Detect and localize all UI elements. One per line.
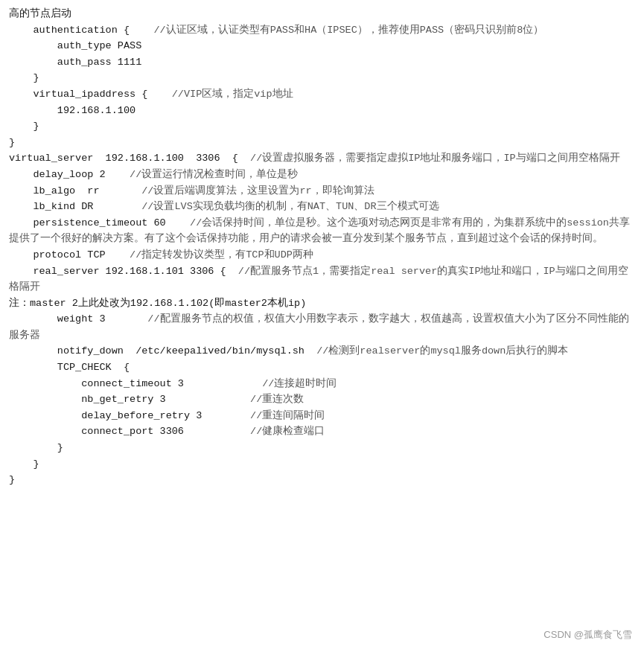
watermark: CSDN @孤鹰食飞雪	[543, 628, 632, 642]
code-line: connect_timeout 3 //连接超时时间	[9, 376, 635, 392]
code-line: lb_algo rr //设置后端调度算法，这里设置为rr，即轮询算法	[9, 183, 635, 199]
code-text: delay_before_retry 3	[9, 410, 250, 421]
code-text: lb_algo rr	[9, 185, 141, 196]
code-text: persistence_timeout 60	[9, 217, 190, 228]
code-line: }	[9, 118, 635, 135]
code-line: notify_down /etc/keepalived/bin/mysql.sh…	[9, 343, 635, 359]
code-line: TCP_CHECK {	[9, 359, 635, 376]
comment-text: //设置LVS实现负载均衡的机制，有NAT、TUN、DR三个模式可选	[141, 201, 439, 212]
code-line: }	[9, 135, 635, 151]
code-line: auth_pass 1111	[9, 54, 635, 71]
comment-text: //健康检查端口	[250, 426, 325, 437]
code-line: lb_kind DR //设置LVS实现负载均衡的机制，有NAT、TUN、DR三…	[9, 199, 635, 215]
code-text: lb_kind DR	[9, 201, 141, 212]
code-line: 注：master 2上此处改为192.168.1.102(即master2本机i…	[9, 295, 635, 312]
comment-text: //重连次数	[250, 394, 304, 405]
code-text: virtual_ipaddress {	[9, 89, 172, 100]
comment-text: //设置虚拟服务器，需要指定虚拟IP地址和服务端口，IP与端口之间用空格隔开	[250, 153, 620, 164]
comment-text: //指定转发协议类型，有TCP和UDP两种	[130, 249, 313, 261]
code-line: delay_loop 2 //设置运行情况检查时间，单位是秒	[9, 167, 635, 183]
code-line: virtual_server 192.168.1.100 3306 { //设置…	[9, 150, 635, 167]
comment-text: //重连间隔时间	[250, 410, 325, 421]
code-text: authentication {	[9, 25, 153, 36]
code-container: 高的节点启动 authentication { //认证区域，认证类型有PASS…	[0, 0, 644, 652]
comment-text: //VIP区域，指定vip地址	[172, 89, 293, 100]
comment-text: //设置运行情况检查时间，单位是秒	[130, 169, 298, 180]
comment-text: //认证区域，认证类型有PASS和HA（IPSEC），推荐使用PASS（密码只识…	[153, 25, 543, 36]
code-text: delay_loop 2	[9, 169, 130, 180]
code-line: authentication { //认证区域，认证类型有PASS和HA（IPS…	[9, 22, 635, 39]
code-line: }	[9, 440, 635, 456]
code-text: connect_port 3306	[9, 426, 250, 437]
code-text: notify_down /etc/keepalived/bin/mysql.sh	[9, 345, 316, 357]
code-line: weight 3 //配置服务节点的权值，权值大小用数字表示，数字越大，权值越高…	[9, 311, 635, 343]
code-line: auth_type PASS	[9, 38, 635, 54]
code-line: }	[9, 456, 635, 473]
code-line: delay_before_retry 3 //重连间隔时间	[9, 408, 635, 424]
code-block: 高的节点启动 authentication { //认证区域，认证类型有PASS…	[9, 6, 635, 488]
code-text: connect_timeout 3	[9, 378, 262, 389]
code-text: real_server 192.168.1.101 3306 {	[9, 266, 238, 277]
code-line: real_server 192.168.1.101 3306 { //配置服务节…	[9, 263, 635, 295]
code-line: }	[9, 472, 635, 488]
code-line: protocol TCP //指定转发协议类型，有TCP和UDP两种	[9, 247, 635, 263]
code-text: virtual_server 192.168.1.100 3306 {	[9, 153, 250, 164]
comment-text: //设置后端调度算法，这里设置为rr，即轮询算法	[141, 185, 374, 196]
code-line: 192.168.1.100	[9, 103, 635, 119]
code-line: persistence_timeout 60 //会话保持时间，单位是秒。这个选…	[9, 215, 635, 247]
code-text: protocol TCP	[9, 249, 130, 261]
code-text: weight 3	[9, 313, 147, 325]
code-line: }	[9, 70, 635, 86]
comment-text: //检测到realserver的mysql服务down后执行的脚本	[316, 345, 568, 357]
code-line: virtual_ipaddress { //VIP区域，指定vip地址	[9, 86, 635, 103]
code-text: nb_get_retry 3	[9, 394, 250, 405]
code-line: 高的节点启动	[9, 6, 635, 22]
code-line: nb_get_retry 3 //重连次数	[9, 391, 635, 408]
code-line: connect_port 3306 //健康检查端口	[9, 424, 635, 440]
comment-text: //连接超时时间	[262, 378, 337, 389]
